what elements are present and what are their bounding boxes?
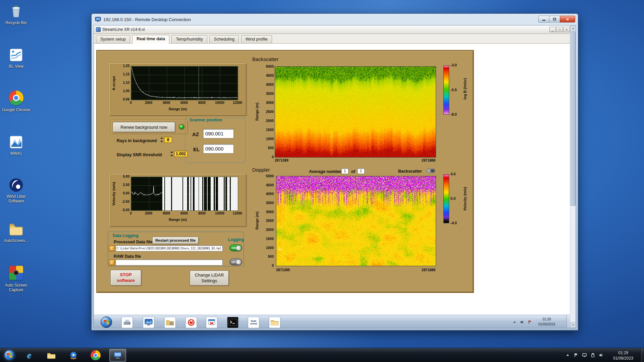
processed-path-browse-button[interactable]: C bbox=[109, 245, 115, 251]
remote-start-orb[interactable] bbox=[101, 316, 112, 328]
volume-icon[interactable] bbox=[520, 320, 525, 324]
az-value[interactable]: 090.001 bbox=[203, 129, 234, 138]
rdp-titlebar[interactable]: 192.168.0.150 - Remote Desktop Connectio… bbox=[92, 14, 578, 25]
system-folder-icon[interactable] bbox=[164, 317, 176, 328]
tray-flag-icon[interactable] bbox=[574, 353, 579, 358]
tab-temp-humidity[interactable]: Temp/humidity bbox=[171, 35, 207, 43]
app-close-button[interactable]: × bbox=[564, 27, 570, 32]
el-label: EL bbox=[193, 146, 200, 152]
monitor-app-icon[interactable] bbox=[143, 317, 154, 328]
doppler-colorbar-title: Velocity (m/s) bbox=[463, 179, 468, 219]
rdp-vertical-scrollbar[interactable]: ▲ ▼ bbox=[570, 25, 576, 328]
taskbar-internet-explorer[interactable]: e bbox=[21, 349, 38, 362]
change-lidar-settings-button[interactable]: Change LiDAR Settings bbox=[190, 270, 229, 286]
raw-path-row: C bbox=[109, 259, 223, 265]
taskbar-windows-explorer[interactable] bbox=[43, 349, 60, 362]
rays-spinner[interactable] bbox=[160, 137, 163, 143]
app-titlebar[interactable]: StreamLine XR v14-6.vi _ □ × bbox=[94, 25, 571, 34]
processed-path-field[interactable]: C:\Lidar\Data\Proc\2023\202309\20230901\… bbox=[115, 245, 223, 251]
printer-icon[interactable] bbox=[121, 317, 133, 328]
tray-up-arrow-icon[interactable] bbox=[512, 320, 517, 324]
main-panel: A-scope 1.201.151.101.050.99 02000400060… bbox=[96, 50, 474, 293]
remote-desktop-icon bbox=[113, 350, 123, 360]
desktop-icon-label: BL-View bbox=[2, 64, 31, 69]
tray-up-arrow-icon[interactable] bbox=[565, 353, 570, 358]
stop-button-line1: STOP bbox=[120, 272, 131, 278]
show-desktop-button[interactable] bbox=[641, 348, 644, 362]
folder-icon[interactable] bbox=[269, 317, 280, 328]
taskbar-chrome[interactable] bbox=[87, 349, 104, 362]
scroll-up-arrow[interactable]: ▲ bbox=[570, 25, 576, 31]
start-orb[interactable] bbox=[4, 350, 15, 361]
raw-path-browse-button[interactable]: C bbox=[109, 259, 115, 265]
velocity-graph: Velocity (m/s) 5.002.500.00-2.50-5.00 02… bbox=[109, 174, 246, 227]
tray-volume-icon[interactable] bbox=[599, 353, 604, 358]
backscatter-section-title: Backscatter bbox=[252, 56, 278, 62]
average-total-value[interactable]: 1 bbox=[357, 168, 365, 174]
rdp-window-icon bbox=[95, 16, 101, 22]
x-end-label: 2871888 bbox=[422, 158, 435, 162]
y-tick-label: 4000 bbox=[266, 82, 274, 86]
y-tick-label: 5000 bbox=[266, 64, 274, 68]
raw-logging-toggle[interactable]: OFF bbox=[229, 258, 242, 265]
remote-taskbar: Scan sched 01:30 01/09/2023 bbox=[94, 315, 571, 328]
tab-scheduling[interactable]: Scheduling bbox=[209, 35, 239, 43]
x-tick-label: 8000 bbox=[195, 101, 209, 105]
backscatter-toggle-label: Backscatter bbox=[398, 169, 422, 174]
remote-clock[interactable]: 01:30 01/09/2023 bbox=[534, 317, 560, 327]
backscatter-toggle[interactable] bbox=[426, 169, 435, 173]
snr-spinner[interactable] bbox=[170, 151, 173, 157]
el-value[interactable]: 090.000 bbox=[203, 144, 234, 154]
tab-system-setup[interactable]: System setup bbox=[96, 35, 130, 43]
streamline-app-icon[interactable] bbox=[206, 317, 217, 328]
a-scope-xticks: 020004000600080001000012000 bbox=[124, 101, 244, 105]
app-minimize-button[interactable]: _ bbox=[549, 27, 556, 32]
scrollbar-thumb[interactable] bbox=[571, 32, 576, 206]
tray-power-icon[interactable] bbox=[590, 353, 595, 358]
desktop-icon-google-chrome[interactable]: Google Chrome bbox=[2, 90, 31, 112]
tab-real-time-data[interactable]: Real time data bbox=[132, 35, 169, 44]
internet-explorer-icon: e bbox=[27, 350, 31, 361]
app-restore-button[interactable]: □ bbox=[556, 27, 563, 32]
desktop-icon-autoscreen-folder[interactable]: AutoScreen... bbox=[2, 221, 31, 243]
data-logging-title: Data Logging bbox=[113, 233, 139, 238]
tab-wind-profile[interactable]: Wind profile bbox=[241, 35, 272, 43]
logging-label: Logging bbox=[228, 237, 244, 242]
taskbar-media-player[interactable] bbox=[65, 349, 82, 362]
command-prompt-icon[interactable] bbox=[227, 317, 238, 328]
desktop-icon-label: Recycle Bin bbox=[2, 20, 31, 25]
y-tick-label: 500 bbox=[268, 254, 274, 258]
colorbar-tick: -8.0 bbox=[450, 112, 463, 116]
desktop-icon-wind-lidar[interactable]: Wind Lidar Software bbox=[2, 177, 31, 204]
system-tray bbox=[565, 348, 604, 362]
media-player-icon bbox=[68, 350, 78, 360]
restart-processed-file-button[interactable]: Restart processed file bbox=[152, 237, 199, 244]
x-tick-label: 0 bbox=[124, 101, 138, 105]
raw-path-field[interactable] bbox=[115, 259, 223, 265]
scroll-down-arrow[interactable]: ▼ bbox=[570, 322, 576, 328]
minimize-button[interactable] bbox=[538, 16, 549, 22]
desktop-icon-mw41[interactable]: MW41 bbox=[2, 134, 31, 156]
desktop-icon-recycle-bin[interactable]: Recycle Bin bbox=[2, 3, 31, 25]
desktop-icon-auto-screen-capture[interactable]: Auto Screen Capture bbox=[2, 265, 31, 293]
stop-software-button[interactable]: STOP software bbox=[110, 270, 141, 286]
y-tick-label: 5000 bbox=[266, 174, 274, 178]
close-button[interactable]: × bbox=[560, 16, 575, 22]
backscatter-ylabel: Range (m) bbox=[255, 98, 260, 125]
power-button-icon[interactable] bbox=[185, 317, 197, 328]
x-tick-label: 10000 bbox=[213, 212, 226, 215]
processed-logging-toggle[interactable]: ON bbox=[229, 244, 242, 251]
taskbar-remote-desktop-active[interactable] bbox=[109, 349, 126, 362]
tray-display-icon[interactable] bbox=[582, 353, 587, 358]
rays-in-background-value[interactable]: 8 bbox=[164, 137, 172, 143]
velocity-xticks: 020004000600080001000012000 bbox=[124, 212, 244, 215]
average-number-value[interactable]: 1 bbox=[341, 168, 348, 174]
notification-flag-icon[interactable] bbox=[528, 320, 532, 324]
desktop-icon-bl-view[interactable]: BL-View bbox=[2, 47, 31, 69]
x-tick-label: 2000 bbox=[142, 212, 155, 215]
renew-background-button[interactable]: Renew background now bbox=[113, 122, 175, 132]
maximize-button[interactable] bbox=[549, 16, 560, 22]
taskbar-clock[interactable]: 01:29 01/09/2023 bbox=[607, 350, 639, 361]
auto-screen-capture-icon bbox=[8, 266, 24, 282]
scan-scheduler-icon[interactable]: Scan sched bbox=[248, 317, 259, 328]
